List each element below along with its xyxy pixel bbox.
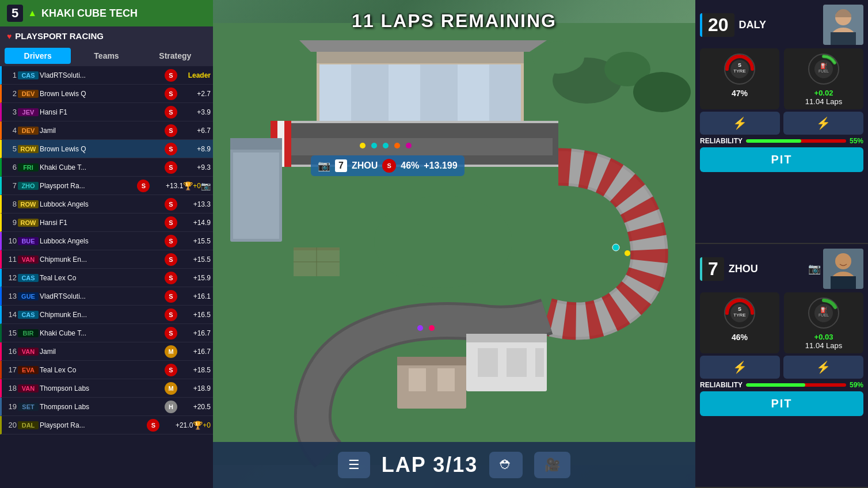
fuel-gauge-daly: ⛽ FUEL: [806, 52, 841, 86]
lap-counter: LAP 3/13: [382, 453, 478, 477]
svg-text:TYRE: TYRE: [733, 312, 745, 318]
table-row[interactable]: 10 BUE Lubbock Angels S +15.5: [0, 232, 213, 250]
bottom-bar: ☰ LAP 3/13 ⛑ 🎥: [213, 442, 695, 488]
table-row[interactable]: 14 CAS Chipmunk En... S +16.5: [0, 306, 213, 324]
tab-strategy[interactable]: Strategy: [142, 48, 208, 64]
svg-rect-14: [492, 64, 521, 122]
bonus-text: +0: [193, 182, 201, 190]
reliability-fill-zhou: [746, 383, 805, 387]
driver-card-daly: 20 DALY: [695, 0, 868, 244]
laps-remaining-text: 11 LAPS REMAINING: [352, 10, 557, 31]
table-row[interactable]: 6 FRI Khaki Cube T... S +9.3: [0, 158, 213, 177]
boost-button-zhou[interactable]: ⚡: [783, 356, 863, 379]
track-area: [213, 0, 695, 488]
svg-rect-17: [271, 121, 558, 123]
tyre-gauge-daly: S TYRE: [722, 52, 757, 86]
table-row[interactable]: 16 VAN Jamil M +16.7: [0, 342, 213, 361]
table-row[interactable]: 15 BIR Khaki Cube T... S +16.7: [0, 324, 213, 342]
pit-button-daly[interactable]: PIT: [700, 147, 863, 172]
tab-drivers[interactable]: Drivers: [5, 48, 71, 64]
tabs-container: Drivers Teams Strategy: [0, 45, 213, 66]
action-buttons-zhou: ⚡ ⚡: [700, 356, 863, 379]
svg-text:TYRE: TYRE: [733, 68, 745, 74]
laps-remaining: 11 LAPS REMAINING: [213, 6, 695, 36]
reliability-bar-zhou: [746, 383, 846, 387]
table-row[interactable]: 11 VAN Chipmunk En... S +15.5: [0, 250, 213, 269]
svg-text:FUEL: FUEL: [818, 313, 829, 317]
pit-button-zhou[interactable]: PIT: [700, 391, 863, 416]
sponsor-bar: ♥ PLAYSPORT RACING: [0, 26, 213, 45]
team-name: KHAKI CUBE TECH: [41, 7, 138, 20]
svg-rect-21: [284, 121, 291, 167]
left-panel: 5 ▲ KHAKI CUBE TECH ♥ PLAYSPORT RACING D…: [0, 0, 213, 488]
table-row[interactable]: 17 EVA Teal Lex Co S +18.5: [0, 361, 213, 379]
speed-button-zhou[interactable]: ⚡: [700, 356, 780, 379]
svg-rect-27: [466, 334, 547, 342]
svg-text:S: S: [738, 62, 741, 68]
svg-point-47: [374, 196, 512, 288]
tyre-stat-daly: S TYRE 47%: [700, 48, 779, 109]
driver-num-zhou: 7: [700, 257, 724, 281]
reliability-pct-daly: 55%: [850, 137, 863, 145]
camera-tyre-pct: 46%: [401, 161, 419, 171]
table-row[interactable]: 12 CAS Teal Lex Co S +15.9: [0, 269, 213, 287]
bonus-text-2: +0: [203, 421, 211, 429]
driver-stats-zhou: S TYRE 46% ⛽ FUEL +0.03: [700, 292, 863, 353]
camera-icon: 📷: [318, 159, 330, 172]
tyre-pct-zhou: 46%: [703, 333, 776, 342]
trophy-icon-2: 🏆: [193, 421, 203, 430]
menu-button[interactable]: ☰: [338, 452, 370, 478]
table-row[interactable]: 19 SET Thompson Labs H +20.5: [0, 398, 213, 416]
reliability-pct-zhou: 59%: [850, 381, 863, 389]
right-panel: 20 DALY: [695, 0, 868, 488]
driver-stats-daly: S TYRE 47% ⛽ FUEL: [700, 48, 863, 109]
svg-marker-7: [299, 40, 547, 52]
table-row[interactable]: 7 ZHO Playsport Ra... S +13.1 🏆 +0 📷: [0, 177, 213, 195]
svg-rect-25: [437, 368, 455, 391]
position-up-icon: ▲: [28, 8, 37, 18]
svg-text:S: S: [738, 306, 741, 312]
table-row[interactable]: 3 JEV Hansi F1 S +3.9: [0, 103, 213, 121]
reliability-label-daly: RELIABILITY: [700, 137, 743, 145]
heart-icon: ♥: [7, 32, 12, 41]
svg-point-40: [625, 250, 630, 256]
table-row[interactable]: 18 VAN Thompson Labs M +18.9: [0, 379, 213, 398]
avatar-zhou: [823, 249, 863, 289]
top-bar: 5 ▲ KHAKI CUBE TECH: [0, 0, 213, 26]
svg-point-3: [633, 72, 691, 112]
table-row[interactable]: 4 DEV Jamil S +6.7: [0, 121, 213, 140]
table-row[interactable]: 5 ROW Brown Lewis Q S +8.9: [0, 140, 213, 158]
fuel-laps-daly: 11.04 Laps: [787, 97, 860, 106]
helmet-button[interactable]: ⛑: [489, 452, 523, 478]
table-row[interactable]: 8 ROW Lubbock Angels S +13.3: [0, 195, 213, 214]
table-row[interactable]: 2 DEV Brown Lewis Q S +2.7: [0, 85, 213, 103]
svg-point-4: [532, 41, 584, 74]
camera-icon-zhou[interactable]: 📷: [808, 262, 821, 275]
table-row[interactable]: 1 CAS VladRTSoluti... S Leader: [0, 66, 213, 85]
svg-rect-32: [230, 138, 282, 150]
table-row[interactable]: 20 DAL Playsport Ra... S +21.0 🏆 +0: [0, 416, 213, 434]
svg-rect-16: [276, 138, 553, 155]
camera-overlay: 📷 7 ZHOU S 46% +13.199: [311, 155, 465, 176]
table-row[interactable]: 9 ROW Hansi F1 S +14.9: [0, 214, 213, 232]
camera-button[interactable]: 🎥: [534, 452, 570, 478]
svg-rect-33: [233, 152, 279, 239]
fuel-delta-zhou: +0.03: [787, 333, 860, 341]
svg-point-35: [394, 143, 400, 148]
reliability-row-zhou: RELIABILITY 59%: [700, 381, 863, 389]
driver-num-daly: 20: [700, 13, 734, 37]
svg-point-38: [360, 143, 366, 148]
svg-rect-51: [831, 32, 856, 45]
reliability-bar-daly: [746, 139, 846, 143]
driver-name-daly: DALY: [739, 19, 823, 31]
table-row[interactable]: 13 GUE VladRTSoluti... S +16.1: [0, 287, 213, 306]
tab-teams[interactable]: Teams: [73, 48, 139, 64]
svg-rect-9: [319, 64, 351, 122]
svg-point-42: [429, 325, 435, 331]
avatar-daly: [823, 5, 863, 45]
speed-button-daly[interactable]: ⚡: [700, 112, 780, 135]
svg-rect-30: [535, 348, 544, 377]
boost-button-daly[interactable]: ⚡: [783, 112, 863, 135]
trophy-icon: 🏆: [183, 181, 193, 190]
driver-name-zhou: ZHOU: [729, 263, 808, 275]
